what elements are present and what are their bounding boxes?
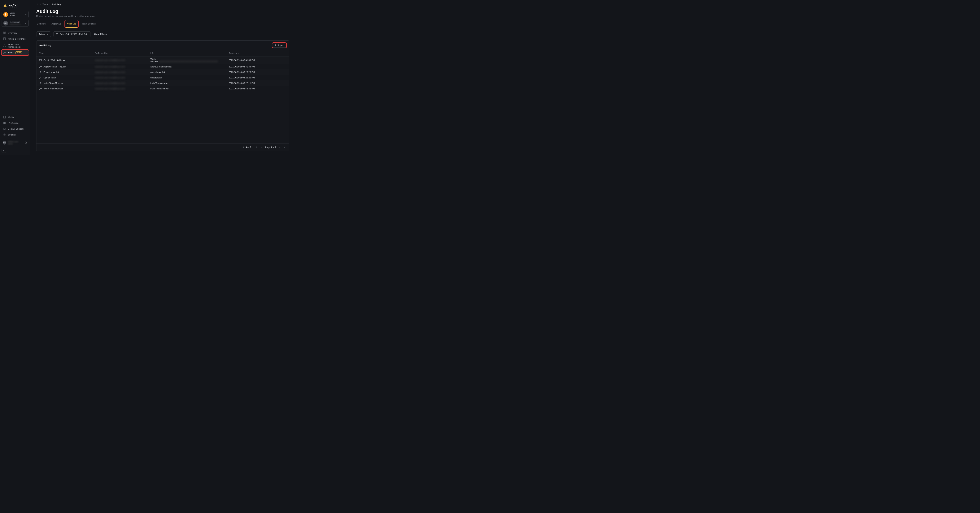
info-value: provisionWallet — [150, 71, 165, 73]
export-button[interactable]: Export — [272, 43, 286, 48]
col-timestamp: Timestamp — [226, 50, 289, 56]
svg-rect-10 — [3, 116, 5, 118]
date-filter-button[interactable]: Date: Oct 19 2023 - End Date — [53, 31, 91, 37]
svg-point-14 — [38, 4, 38, 5]
sidebar-item-support[interactable]: Contact Support — [2, 126, 29, 132]
performed-by: redacted-user-email@luxor.tech — [95, 65, 126, 68]
sidebar-item-team[interactable]: Team NEW! — [2, 50, 29, 55]
action-filter-button[interactable]: Action — [36, 31, 51, 37]
type-label: Provision Wallet — [43, 71, 59, 73]
team-icon — [39, 65, 42, 68]
page-subtitle: Review the actions done on your profile … — [36, 15, 289, 17]
panel-title: Audit Log — [39, 44, 51, 47]
svg-rect-1 — [5, 32, 6, 33]
nav-bottom: Media FAQ/Guide Contact Support Settings… — [2, 114, 29, 153]
tab-approvals[interactable]: Approvals — [51, 20, 62, 28]
performed-by: redacted-user-email@luxor.tech — [95, 76, 126, 79]
mining-value: Bitcoin — [10, 14, 23, 17]
logout-icon[interactable] — [25, 142, 27, 144]
svg-point-29 — [41, 88, 41, 89]
info-value: approveTeamRequest — [150, 65, 172, 68]
breadcrumb-current: Audit Log — [51, 3, 60, 5]
svg-point-25 — [41, 72, 41, 72]
sidebar-item-settings[interactable]: Settings — [2, 132, 29, 137]
table-row: Invite Team Memberredacted-user-email@lu… — [37, 86, 289, 91]
page-header: Audit Log Review the actions done on you… — [30, 7, 295, 20]
svg-rect-3 — [5, 33, 6, 34]
gear-icon — [3, 133, 6, 136]
performed-by: redacted-user-email@luxor.tech — [95, 59, 126, 61]
mining-selector[interactable]: ₿ Mining Bitcoin — [2, 11, 29, 18]
edit-icon — [39, 76, 42, 79]
page-next-button[interactable] — [278, 145, 281, 149]
svg-rect-2 — [3, 33, 4, 34]
svg-point-8 — [4, 52, 5, 53]
breadcrumb-team[interactable]: Team — [43, 3, 48, 5]
user-name: hidden-user-name — [8, 140, 23, 145]
document-icon — [3, 116, 6, 118]
panel-header: Audit Log Export — [37, 41, 289, 50]
tab-audit-log[interactable]: Audit Log — [65, 20, 78, 28]
type-label: Invite Team Member — [43, 88, 63, 90]
subaccount-avatar: HA — [3, 21, 8, 25]
tab-team-settings[interactable]: Team Settings — [81, 20, 96, 28]
svg-point-24 — [40, 72, 41, 72]
info-value: inviteTeamMember — [150, 82, 169, 84]
brand-sub: POOLS — [9, 6, 18, 8]
sidebar-item-subaccount-mgmt[interactable]: Subaccount Management — [2, 42, 29, 49]
calendar-icon — [56, 33, 58, 35]
type-label: Create Wallet Address — [43, 59, 65, 61]
nav-main: Overview Miners & Revenue Subaccount Man… — [2, 30, 29, 55]
user-avatar: HO — [3, 141, 6, 145]
chat-icon — [3, 127, 6, 130]
logo[interactable]: Luxor POOLS — [2, 2, 29, 10]
sidebar-item-label: Overview — [8, 32, 17, 34]
logo-icon — [3, 3, 8, 8]
chevron-down-icon — [46, 33, 48, 35]
audit-log-panel: Audit Log Export Type Performed by Info … — [36, 40, 289, 151]
page-prev-button[interactable] — [260, 145, 264, 149]
info-prefix: Wallet address — [150, 58, 158, 62]
sidebar-item-overview[interactable]: Overview — [2, 30, 29, 36]
sidebar-item-miners[interactable]: Miners & Revenue — [2, 36, 29, 41]
date-filter-label: Date: Oct 19 2023 - End Date — [60, 33, 88, 35]
main: › Team › Audit Log Audit Log Review the … — [30, 0, 295, 155]
export-icon — [274, 44, 277, 46]
sidebar: Luxor POOLS ₿ Mining Bitcoin HA Subaccou… — [0, 0, 30, 155]
wallet-icon — [39, 59, 42, 62]
svg-rect-15 — [56, 33, 58, 35]
svg-point-28 — [40, 88, 41, 89]
team-icon — [3, 51, 6, 54]
timestamp: 2023/10/19 at 03:31:39 PM — [229, 59, 255, 61]
team-icon — [39, 71, 42, 73]
team-icon — [39, 87, 42, 90]
col-performed: Performed by — [92, 50, 148, 56]
bitcoin-icon: ₿ — [3, 12, 8, 17]
grid-icon — [3, 32, 6, 34]
tab-members[interactable]: Members — [36, 20, 46, 28]
page-last-button[interactable] — [283, 145, 286, 149]
page-title: Audit Log — [36, 9, 289, 14]
timestamp: 2023/10/19 at 03:26:26 PM — [229, 71, 255, 73]
sidebar-item-label: Subaccount Management — [8, 43, 27, 48]
collapse-sidebar-button[interactable] — [2, 148, 6, 153]
subaccount-value: subaccount-name-hidden — [10, 23, 23, 25]
sidebar-item-faq[interactable]: FAQ/Guide — [2, 120, 29, 126]
performed-by: redacted-user-email@luxor.tech — [95, 71, 126, 73]
col-type: Type — [37, 50, 92, 56]
subaccount-selector[interactable]: HA Subaccount subaccount-name-hidden — [2, 20, 29, 27]
sidebar-item-label: Media — [8, 116, 14, 118]
page-first-button[interactable] — [255, 145, 259, 149]
sidebar-item-media[interactable]: Media — [2, 114, 29, 120]
range-text: 1 to 6 of 6 — [242, 146, 251, 148]
book-icon — [3, 121, 6, 124]
clear-filters-link[interactable]: Clear Filters — [94, 33, 107, 35]
svg-point-26 — [40, 82, 41, 83]
new-badge: NEW! — [16, 51, 22, 54]
svg-point-13 — [37, 4, 37, 4]
svg-point-27 — [41, 83, 41, 83]
type-label: Invite Team Member — [43, 82, 63, 84]
filters: Action Date: Oct 19 2023 - End Date Clea… — [30, 28, 295, 40]
user-row[interactable]: HO hidden-user-name — [2, 139, 29, 146]
breadcrumb: › Team › Audit Log — [30, 0, 295, 7]
